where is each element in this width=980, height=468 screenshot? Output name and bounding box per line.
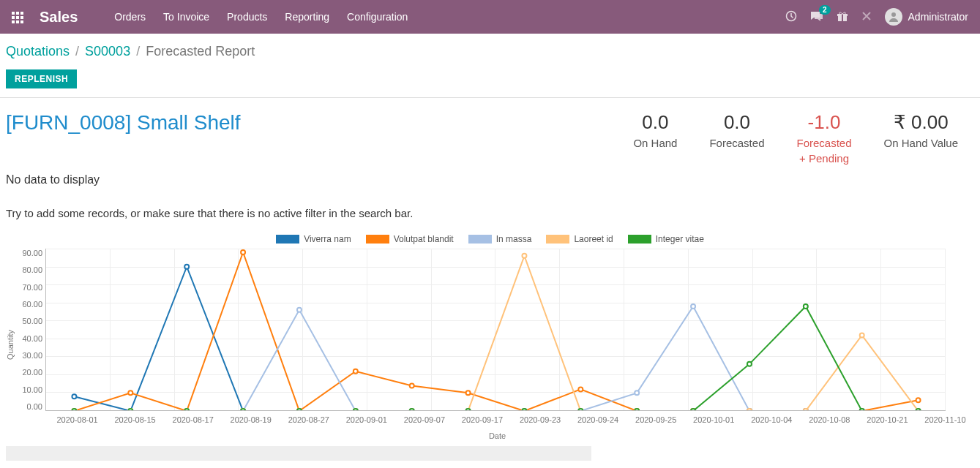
svg-point-69 — [72, 409, 76, 411]
xtick: 2020-09-07 — [395, 415, 453, 424]
stat-money-value: ₹ 0.00 — [884, 111, 958, 134]
ytick: 70.00 — [20, 283, 42, 292]
legend-swatch — [366, 235, 389, 244]
forecast-chart: Viverra namVolutpat blanditIn massaLaore… — [0, 234, 980, 440]
svg-point-71 — [184, 409, 189, 411]
svg-point-74 — [354, 409, 358, 411]
stat-forecasted-label: Forecasted — [709, 137, 764, 149]
replenish-button[interactable]: REPLENISH — [6, 69, 77, 88]
horizontal-scroll-track[interactable] — [6, 446, 591, 461]
legend-swatch — [468, 235, 492, 244]
xtick: 2020-08-01 — [48, 415, 106, 424]
legend-label: Laoreet id — [574, 234, 613, 244]
clock-icon[interactable] — [785, 10, 797, 24]
nav-to-invoice[interactable]: To Invoice — [163, 11, 209, 23]
xtick: 2020-09-25 — [627, 415, 685, 424]
svg-point-26 — [354, 369, 358, 374]
ytick: 60.00 — [20, 300, 42, 309]
no-data-hint: Try to add some records, or make sure th… — [0, 189, 980, 231]
svg-point-73 — [297, 409, 302, 411]
avatar-icon — [885, 8, 902, 26]
legend-item[interactable]: In massa — [468, 234, 532, 244]
close-icon[interactable] — [861, 11, 872, 23]
xtick: 2020-09-01 — [337, 415, 395, 424]
nav-configuration[interactable]: Configuration — [347, 11, 408, 23]
stat-forecasted-value: 0.0 — [709, 111, 764, 134]
stat-pending-value: -1.0 — [796, 111, 851, 134]
svg-point-81 — [747, 362, 752, 366]
user-menu[interactable]: Administrator — [885, 8, 968, 26]
apps-icon[interactable] — [12, 12, 25, 22]
svg-point-78 — [578, 409, 583, 411]
xtick: 2020-08-15 — [106, 415, 164, 424]
no-data-title: No data to display — [0, 170, 980, 189]
chart-ylabel: Quantity — [6, 330, 20, 360]
stat-pending-label2: + Pending — [796, 152, 851, 165]
legend-item[interactable]: Volutpat blandit — [366, 234, 454, 244]
stat-onhand-value: 0.0 — [633, 111, 677, 134]
svg-point-79 — [635, 409, 639, 411]
nav-orders[interactable]: Orders — [114, 11, 146, 23]
legend-swatch — [276, 235, 299, 244]
breadcrumb: Quotations / S00003 / Forecasted Report — [6, 44, 974, 59]
legend-label: Volutpat blandit — [394, 234, 454, 244]
svg-point-4 — [891, 12, 896, 17]
svg-point-7 — [184, 265, 189, 269]
svg-point-80 — [691, 409, 695, 411]
legend-label: In massa — [496, 234, 532, 244]
xtick: 2020-10-01 — [685, 415, 743, 424]
stat-pending-label1: Forecasted — [796, 137, 851, 149]
ytick: 90.00 — [20, 249, 42, 257]
svg-point-77 — [522, 409, 526, 411]
legend-label: Integer vitae — [656, 234, 704, 244]
gift-icon[interactable] — [837, 10, 848, 24]
svg-point-24 — [241, 250, 245, 254]
stat-onhand-label: On Hand — [633, 137, 677, 149]
svg-point-48 — [691, 304, 695, 309]
breadcrumb-quotations[interactable]: Quotations — [6, 44, 70, 59]
xtick: 2020-09-23 — [512, 415, 569, 424]
nav-products[interactable]: Products — [227, 11, 267, 23]
ytick: 80.00 — [20, 265, 42, 274]
legend-item[interactable]: Integer vitae — [628, 234, 704, 244]
svg-point-84 — [916, 409, 921, 411]
stat-forecasted[interactable]: 0.0 Forecasted — [693, 111, 780, 149]
svg-point-41 — [297, 308, 302, 312]
xtick: 2020-10-08 — [801, 415, 859, 424]
nav-reporting[interactable]: Reporting — [285, 11, 329, 23]
svg-point-22 — [128, 390, 132, 395]
xtick: 2020-10-04 — [743, 415, 801, 424]
svg-point-30 — [578, 387, 583, 391]
xtick: 2020-08-27 — [280, 415, 337, 424]
messages-icon[interactable]: 2 — [810, 10, 823, 24]
svg-point-65 — [747, 409, 752, 411]
ytick: 40.00 — [20, 334, 42, 343]
legend-label: Viverra nam — [304, 234, 351, 244]
ytick: 0.00 — [20, 402, 42, 411]
stat-forecasted-pending[interactable]: -1.0 Forecasted + Pending — [780, 111, 867, 165]
svg-point-76 — [466, 409, 471, 411]
xtick: 2020-09-24 — [569, 415, 627, 424]
xtick: 2020-08-17 — [164, 415, 222, 424]
legend-item[interactable]: Laoreet id — [546, 234, 613, 244]
svg-point-36 — [916, 398, 921, 402]
product-title-link[interactable]: [FURN_0008] Small Shelf — [6, 111, 617, 135]
main-nav: Orders To Invoice Products Reporting Con… — [114, 11, 785, 23]
messages-badge: 2 — [819, 5, 831, 15]
chart-xlabel: Date — [20, 431, 974, 440]
legend-item[interactable]: Viverra nam — [276, 234, 351, 244]
stat-onhand-value-money[interactable]: ₹ 0.00 On Hand Value — [868, 111, 974, 149]
ytick: 10.00 — [20, 385, 42, 394]
svg-point-67 — [860, 333, 864, 337]
app-brand: Sales — [40, 9, 78, 26]
svg-point-28 — [466, 390, 471, 395]
svg-point-72 — [241, 409, 245, 411]
svg-rect-3 — [842, 14, 843, 21]
user-name: Administrator — [908, 11, 968, 23]
breadcrumb-order[interactable]: S00003 — [85, 44, 130, 59]
xtick: 2020-10-21 — [859, 415, 916, 424]
breadcrumb-current: Forecasted Report — [146, 44, 255, 59]
stat-onhand[interactable]: 0.0 On Hand — [617, 111, 693, 149]
legend-swatch — [628, 235, 651, 244]
chart-plot — [45, 249, 946, 411]
